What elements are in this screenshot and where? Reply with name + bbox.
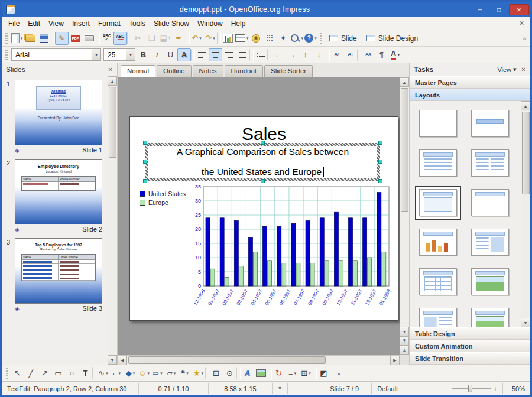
selection-handle[interactable] [378, 179, 382, 183]
slide-2-thumbnail[interactable]: Employee Directory Location: Kirkland Na… [15, 159, 102, 224]
move-down[interactable]: ↓ [312, 48, 326, 61]
edit-points[interactable]: ⊡ [209, 367, 223, 380]
tasks-section-header[interactable]: Layouts [410, 89, 530, 101]
slides-scrollbar[interactable]: ▲ ▼ [108, 76, 117, 365]
view-tab[interactable]: Handout [225, 65, 263, 77]
selection-handle[interactable] [378, 141, 382, 145]
rotate[interactable]: ↻ [272, 367, 286, 380]
layout-title-table[interactable] [415, 265, 461, 299]
toolbar-grip[interactable] [6, 368, 8, 379]
tasks-section-header[interactable]: Table Design [410, 327, 530, 340]
slide-thumbnail-entry[interactable]: 3 Top 5 Employees for 1997 Ranked by Ord… [7, 238, 104, 312]
scrollbar-thumb[interactable] [128, 356, 326, 364]
align-left[interactable] [195, 48, 209, 61]
zoom-in-icon[interactable]: + [494, 385, 497, 392]
zoom-thumb[interactable] [468, 385, 472, 392]
close-icon[interactable]: ✕ [108, 66, 113, 73]
scroll-left-icon[interactable]: ◀ [118, 356, 127, 365]
layout-title-text[interactable] [415, 146, 461, 180]
view-tab[interactable]: Normal [121, 65, 155, 77]
scroll-up-icon[interactable]: ▲ [521, 101, 530, 110]
text[interactable]: T [79, 367, 92, 380]
slide-1-thumbnail[interactable]: Ajamas 123 First St. Tyler, TX 78704 Pre… [15, 80, 102, 145]
scrollbar-thumb[interactable] [109, 87, 116, 158]
zoom-track[interactable] [452, 388, 491, 389]
tasks-section-header[interactable]: Slide Transition [410, 352, 530, 365]
scroll-down-icon[interactable]: ▼ [108, 355, 117, 365]
scroll-down-icon[interactable]: ▼ [521, 318, 530, 327]
layout-title-only[interactable] [467, 186, 513, 220]
layout-title-chart[interactable] [415, 225, 461, 259]
paste[interactable]: ▤ [158, 32, 172, 45]
cut[interactable]: ✂ [131, 32, 145, 45]
toolbar-grip[interactable] [5, 50, 8, 60]
menu-item[interactable]: View [44, 18, 68, 30]
font-shadow[interactable]: A [177, 48, 191, 61]
tasks-view-menu[interactable]: View ▾ [497, 66, 516, 73]
menu-item[interactable]: File [4, 18, 24, 30]
zoom[interactable] [290, 32, 304, 45]
slide-design-button[interactable]: Slide Design [362, 32, 423, 44]
copy[interactable]: ❏ [145, 32, 158, 45]
menu-item[interactable]: Tools [125, 18, 150, 30]
select[interactable]: ↖ [11, 367, 24, 380]
zoom-slider[interactable]: − + [440, 383, 503, 394]
demote[interactable]: → [285, 48, 299, 61]
zoom-out-icon[interactable]: − [446, 385, 449, 392]
toolbar-overflow-icon[interactable]: » [334, 369, 343, 378]
bold[interactable]: B [137, 48, 150, 61]
navigator[interactable]: ✦ [277, 32, 290, 45]
basic-shapes[interactable]: ◆ [124, 367, 137, 380]
toolbar-overflow-icon[interactable]: » [520, 34, 529, 43]
insert-table[interactable] [235, 32, 249, 45]
redo[interactable]: ↷ [203, 32, 217, 45]
menu-item[interactable]: Help [227, 18, 250, 30]
font-name-combo[interactable]: Arial ▾ [11, 48, 101, 61]
selection-handle[interactable] [378, 160, 382, 164]
menu-item[interactable]: Format [94, 18, 125, 30]
flowchart[interactable]: ▱ [164, 367, 178, 380]
scrollbar-thumb[interactable] [522, 112, 530, 194]
layout-title-clipart-2[interactable] [467, 304, 513, 327]
rectangle[interactable]: ▭ [51, 367, 65, 380]
help[interactable]: ? [304, 32, 317, 45]
scroll-down-icon[interactable]: ▼ [400, 327, 409, 336]
vertical-scrollbar[interactable]: ▲ ▼ ↟ ↡ [400, 77, 409, 355]
decrease-font[interactable]: A↓ [343, 48, 357, 61]
align-center[interactable] [209, 48, 222, 61]
subtitle-line-2[interactable]: the United States and Europe [150, 167, 375, 177]
line-arrow[interactable]: ↗ [38, 367, 51, 380]
undo[interactable]: ↶ [190, 32, 203, 45]
next-slide-icon[interactable]: ↡ [400, 346, 409, 355]
layout-title-content[interactable] [415, 186, 461, 220]
close-icon[interactable]: ✕ [521, 66, 526, 73]
font-size-combo[interactable]: 25 ▾ [103, 48, 135, 61]
layout-title-text-content[interactable] [467, 225, 513, 259]
promote[interactable]: ← [271, 48, 285, 61]
close-button[interactable]: ✕ [509, 4, 529, 15]
slide-3-thumbnail[interactable]: Top 5 Employees for 1997 Ranked by Order… [15, 238, 102, 304]
slide-button[interactable]: Slide [325, 32, 362, 44]
ellipse[interactable]: ○ [65, 367, 79, 380]
align-justify[interactable] [236, 48, 249, 61]
maximize-button[interactable]: □ [490, 4, 508, 15]
line[interactable]: ╱ [24, 367, 38, 380]
close-document-icon[interactable]: ✕ [515, 18, 528, 28]
bullets-numbering[interactable] [254, 48, 267, 61]
zoom-percentage[interactable]: 50% [503, 383, 530, 394]
tasks-section-header[interactable]: Master Pages [410, 76, 530, 89]
save[interactable] [37, 32, 51, 45]
paragraph-dialog[interactable]: ¶ [375, 48, 388, 61]
spellcheck[interactable]: ABC [100, 32, 113, 45]
callouts[interactable]: ❝ [178, 367, 192, 380]
slide-canvas[interactable]: Sales A Graphical Comparison of Sales be… [129, 116, 398, 321]
display-grid[interactable] [263, 32, 277, 45]
scroll-up-icon[interactable]: ▲ [108, 76, 117, 86]
character-dialog[interactable]: Aa [361, 48, 375, 61]
curve[interactable]: ∿ [96, 367, 110, 380]
connector[interactable]: ⌐ [110, 367, 124, 380]
menu-item[interactable]: Insert [68, 18, 94, 30]
open[interactable] [24, 32, 37, 45]
previous-slide-icon[interactable]: ↟ [400, 336, 409, 346]
slide-workarea[interactable]: Sales A Graphical Comparison of Sales be… [118, 77, 409, 365]
